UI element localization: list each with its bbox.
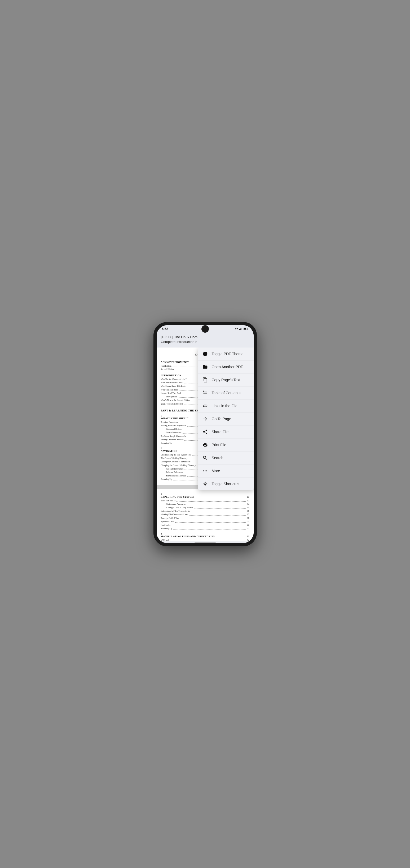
menu-item-table-of-contents[interactable]: Table of Contents [198,386,253,400]
theme-icon [202,351,208,357]
shortcuts-icon [202,481,208,487]
title-bar: [13/506] The Linux Com Complete Introduc… [157,333,253,347]
menu-item-toggle-shortcuts[interactable]: Toggle Shortcuts [198,477,253,490]
phone-frame: 5:52 [153,322,257,546]
menu-item-search[interactable]: Search [198,452,253,465]
menu-item-links-in-file[interactable]: Links in the File [198,400,253,412]
chapter-3-title: EXPLORING THE SYSTEM 13 [161,496,249,498]
svg-point-11 [206,470,207,471]
menu-item-go-to-page[interactable]: Go To Page [198,412,253,426]
toc-icon [202,390,208,396]
menu-label-copy-page-text: Copy Page's Text [212,378,240,382]
svg-rect-3 [242,328,242,330]
svg-point-10 [205,470,205,471]
svg-rect-8 [203,391,204,392]
more-icon [202,468,208,474]
menu-label-search: Search [212,456,224,460]
list-item: Hard Links22 [161,524,249,527]
list-item: Symbolic Links21 [161,520,249,523]
phone-screen: 5:52 [157,325,253,543]
menu-item-share-file[interactable]: Share File [198,426,253,438]
menu-label-toggle-pdf-theme: Toggle PDF Theme [212,352,244,356]
chapter-4-title: MANIPULATING FILES AND DIRECTORIES 23 [161,535,249,538]
link-icon [202,403,208,409]
share-icon [202,429,208,435]
menu-label-links-in-file: Links in the File [212,404,237,408]
list-item: Viewing File Contents with less17 [161,513,249,516]
status-icons [235,328,248,330]
status-bar: 5:52 [157,325,253,333]
menu-label-table-of-contents: Table of Contents [212,391,241,395]
menu-item-toggle-pdf-theme[interactable]: Toggle PDF Theme [198,347,253,361]
svg-rect-0 [239,329,240,330]
menu-label-more: More [212,469,220,473]
menu-label-share-file: Share File [212,430,229,434]
list-item: More Fun with ls13 [161,499,249,502]
svg-rect-5 [247,329,248,330]
chapter-4-num: 4 [161,533,249,535]
folder-icon [202,364,208,370]
signal-icon [239,328,242,330]
svg-rect-1 [240,329,241,330]
list-item: Summing Up22 [161,527,249,530]
list-item: A Longer Look at Long Format15 [161,506,249,509]
home-indicator [195,542,216,542]
menu-label-go-to-page: Go To Page [212,417,231,421]
menu-item-copy-page-text[interactable]: Copy Page's Text [198,373,253,386]
menu-label-open-another-pdf: Open Another PDF [212,365,243,369]
nav-bar [157,541,253,543]
print-icon [202,442,208,448]
copy-icon [202,377,208,383]
svg-rect-2 [241,328,241,330]
list-item: Options and Arguments14 [161,503,249,506]
battery-icon [244,328,248,330]
menu-item-print-file[interactable]: Print File [198,438,253,452]
goto-icon [202,416,208,422]
search-icon [202,455,208,461]
main-content: CONTENTS ACKNOWLEDGMENTS First Edition S… [157,347,253,541]
chapter-3-num: 3 [161,493,249,496]
status-time: 5:52 [162,327,168,331]
list-item: Wildcards24 [161,539,249,541]
list-item: Taking a Guided Tour18 [161,517,249,520]
title-text: [13/506] The Linux Com Complete Introduc… [161,335,249,344]
list-item: Determining a File's Type with file16 [161,509,249,513]
menu-label-print-file: Print File [212,443,226,447]
svg-point-7 [204,353,206,354]
wifi-icon [235,328,238,330]
menu-item-more[interactable]: More [198,465,253,477]
svg-point-9 [203,470,204,471]
menu-item-open-another-pdf[interactable]: Open Another PDF [198,361,253,373]
camera-cutout [201,325,209,333]
menu-label-toggle-shortcuts: Toggle Shortcuts [212,482,239,486]
dropdown-menu: Toggle PDF Theme Open Another PDF [198,347,253,490]
svg-rect-6 [244,328,246,330]
